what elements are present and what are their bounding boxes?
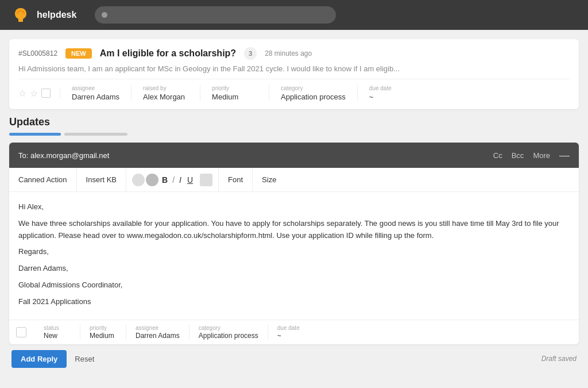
bottom-due-date-label: due date [277,325,305,331]
color-circle-1[interactable] [132,174,145,186]
updates-title: Updates [9,116,579,128]
progress-bar-inactive [64,133,127,136]
color-circle-2[interactable] [146,174,158,186]
main-content: #SL0005812 NEW Am I eligible for a schol… [0,30,588,388]
composer-to: To: alex.morgan@gmail.net [18,151,109,160]
composer: To: alex.morgan@gmail.net Cc Bcc More — … [9,143,579,344]
meta-assignee: assignee Darren Adams [60,85,131,101]
meta-priority: priority Medium [200,85,269,101]
bottom-priority: priority Medium [80,325,126,340]
bold-button[interactable]: B [160,175,170,185]
composer-header: To: alex.morgan@gmail.net Cc Bcc More — [9,143,579,168]
due-date-value: ~ [369,93,415,101]
bottom-status-value: New [44,332,71,340]
minimize-button[interactable]: — [559,150,570,160]
bottom-priority-label: priority [90,325,117,331]
canned-action-button[interactable]: Canned Action [9,168,77,192]
due-date-label: due date [369,85,415,91]
footer-bar: Add Reply Reset Draft saved [9,344,579,371]
bottom-priority-value: Medium [90,332,117,340]
ticket-card: #SL0005812 NEW Am I eligible for a schol… [9,39,579,109]
toolbar: Canned Action Insert KB B / I U Font Siz… [9,168,579,192]
email-body[interactable]: Hi Alex, We have three scholarships avai… [9,192,579,320]
assignee-value: Darren Adams [72,93,119,101]
format-options: B / I U [126,168,219,192]
ticket-header: #SL0005812 NEW Am I eligible for a schol… [18,47,570,60]
cc-button[interactable]: Cc [493,151,502,160]
raised-label: raised by [143,85,188,91]
bottom-category-label: category [199,325,258,331]
email-dept: Fall 2021 Applications [18,296,570,308]
ticket-title: Am I eligible for a scholarship? [100,48,236,59]
email-body-text: We have three scholarships available for… [18,218,570,242]
checkbox-icon[interactable] [41,89,51,98]
size-button[interactable]: Size [253,168,285,192]
ticket-id: #SL0005812 [18,49,57,57]
priority-value: Medium [212,93,257,101]
bottom-status: status New [34,325,80,340]
raised-value: Alex Morgan [143,93,188,101]
bottom-assignee-label: assignee [136,325,180,331]
priority-label: priority [212,85,257,91]
ticket-preview: Hi Admissions team, I am an applicant fo… [18,64,570,73]
format-slash: / [171,175,176,185]
topnav: helpdesk [0,0,588,30]
search-bar[interactable] [95,6,336,24]
more-button[interactable]: More [533,151,550,160]
ticket-count: 3 [244,47,257,60]
email-greeting: Hi Alex, [18,201,570,213]
search-icon [102,12,107,18]
composer-actions: Cc Bcc More — [493,150,570,160]
reset-button[interactable]: Reset [75,355,94,363]
updates-section: Updates [9,116,579,136]
bottom-due-date-value: ~ [277,332,305,340]
italic-button[interactable]: I [177,175,184,185]
draft-saved-text: Draft saved [541,355,577,363]
bottom-category: category Application process [189,325,268,340]
email-name: Darren Adams, [18,263,570,275]
footer-left: Add Reply Reset [11,350,94,368]
category-label: category [281,85,346,91]
meta-due-date: due date ~ [358,85,427,101]
underline-button[interactable]: U [185,175,195,185]
app-name: helpdesk [37,10,76,20]
logo-icon [11,6,30,24]
add-reply-button[interactable]: Add Reply [11,350,67,368]
bottom-category-value: Application process [199,332,258,340]
email-regards: Regards, [18,246,570,258]
bottom-checkbox[interactable] [16,327,26,337]
ticket-badge: NEW [65,48,92,59]
insert-kb-button[interactable]: Insert KB [77,168,126,192]
progress-bar-active [9,133,61,136]
meta-raised: raised by Alex Morgan [131,85,200,101]
bottom-assignee: assignee Darren Adams [126,325,189,340]
bottom-assignee-value: Darren Adams [136,332,180,340]
bottom-meta: status New priority Medium assignee Darr… [9,320,579,344]
format-square[interactable] [200,174,212,186]
bottom-status-label: status [44,325,71,331]
email-title: Global Admissions Coordinator, [18,279,570,291]
meta-category: category Application process [269,85,358,101]
meta-icons: ☆ ☆ [18,88,60,99]
email-body1: We have three scholarships available for… [18,219,559,240]
ticket-meta: ☆ ☆ assignee Darren Adams raised by Alex… [18,79,570,101]
category-value: Application process [281,93,346,101]
star-filled-icon[interactable]: ☆ [30,88,38,99]
ticket-time: 28 minutes ago [265,49,312,57]
font-button[interactable]: Font [219,168,253,192]
star-outline-icon[interactable]: ☆ [18,88,26,99]
progress-bars [9,133,579,136]
bcc-button[interactable]: Bcc [512,151,524,160]
assignee-label: assignee [72,85,119,91]
bottom-due-date: due date ~ [268,325,314,340]
